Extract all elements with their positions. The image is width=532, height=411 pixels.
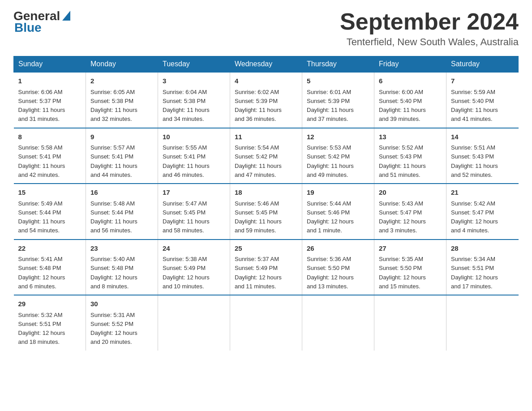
calendar-day-cell: 5Sunrise: 6:01 AM Sunset: 5:39 PM Daylig… [302,72,374,128]
day-number: 30 [90,299,153,309]
day-number: 1 [18,76,82,86]
calendar-day-cell: 30Sunrise: 5:31 AM Sunset: 5:52 PM Dayli… [86,295,158,351]
day-number: 24 [163,244,225,254]
svg-marker-0 [62,11,70,21]
day-sun-info: Sunrise: 5:37 AM Sunset: 5:49 PM Dayligh… [235,256,282,290]
day-sun-info: Sunrise: 5:48 AM Sunset: 5:44 PM Dayligh… [90,200,137,234]
logo-arrow-icon [62,9,70,24]
day-number: 23 [90,244,153,254]
day-number: 3 [163,76,225,86]
day-number: 2 [90,76,153,86]
calendar-day-cell: 22Sunrise: 5:41 AM Sunset: 5:48 PM Dayli… [14,240,86,295]
day-number: 11 [235,132,297,142]
day-number: 10 [163,132,225,142]
day-number: 19 [307,188,369,198]
calendar-day-cell: 8Sunrise: 5:58 AM Sunset: 5:41 PM Daylig… [14,128,86,184]
day-of-week-header: Tuesday [158,56,230,73]
day-number: 29 [18,299,82,309]
day-sun-info: Sunrise: 5:36 AM Sunset: 5:50 PM Dayligh… [307,256,354,290]
month-year-title: September 2024 [340,9,519,34]
calendar-header-row: SundayMondayTuesdayWednesdayThursdayFrid… [14,56,519,73]
day-sun-info: Sunrise: 5:58 AM Sunset: 5:41 PM Dayligh… [18,144,65,178]
calendar-week-row: 29Sunrise: 5:32 AM Sunset: 5:51 PM Dayli… [14,295,519,351]
calendar-day-cell: 12Sunrise: 5:53 AM Sunset: 5:42 PM Dayli… [302,128,374,184]
calendar-week-row: 1Sunrise: 6:06 AM Sunset: 5:37 PM Daylig… [14,72,519,128]
day-sun-info: Sunrise: 5:55 AM Sunset: 5:41 PM Dayligh… [163,144,210,178]
day-sun-info: Sunrise: 5:31 AM Sunset: 5:52 PM Dayligh… [90,312,137,346]
day-number: 21 [451,188,514,198]
day-sun-info: Sunrise: 5:51 AM Sunset: 5:43 PM Dayligh… [451,144,498,178]
day-of-week-header: Wednesday [230,56,302,73]
calendar-day-cell: 1Sunrise: 6:06 AM Sunset: 5:37 PM Daylig… [14,72,86,128]
day-sun-info: Sunrise: 5:47 AM Sunset: 5:45 PM Dayligh… [163,200,210,234]
calendar-day-cell: 14Sunrise: 5:51 AM Sunset: 5:43 PM Dayli… [446,128,519,184]
day-number: 9 [90,132,153,142]
day-sun-info: Sunrise: 5:53 AM Sunset: 5:42 PM Dayligh… [307,144,354,178]
calendar-day-cell: 6Sunrise: 6:00 AM Sunset: 5:40 PM Daylig… [374,72,446,128]
day-sun-info: Sunrise: 5:38 AM Sunset: 5:49 PM Dayligh… [163,256,210,290]
day-number: 26 [307,244,369,254]
calendar-day-cell: 28Sunrise: 5:34 AM Sunset: 5:51 PM Dayli… [446,240,519,295]
day-sun-info: Sunrise: 5:57 AM Sunset: 5:41 PM Dayligh… [90,144,137,178]
calendar-day-cell: 3Sunrise: 6:04 AM Sunset: 5:38 PM Daylig… [158,72,230,128]
calendar-table: SundayMondayTuesdayWednesdayThursdayFrid… [13,56,519,351]
day-sun-info: Sunrise: 6:04 AM Sunset: 5:38 PM Dayligh… [163,89,210,123]
day-of-week-header: Saturday [446,56,519,73]
day-sun-info: Sunrise: 5:41 AM Sunset: 5:48 PM Dayligh… [18,256,65,290]
day-of-week-header: Thursday [302,56,374,73]
calendar-week-row: 22Sunrise: 5:41 AM Sunset: 5:48 PM Dayli… [14,240,519,295]
day-sun-info: Sunrise: 6:05 AM Sunset: 5:38 PM Dayligh… [90,89,137,123]
calendar-day-cell: 13Sunrise: 5:52 AM Sunset: 5:43 PM Dayli… [374,128,446,184]
calendar-day-cell: 27Sunrise: 5:35 AM Sunset: 5:50 PM Dayli… [374,240,446,295]
calendar-week-row: 8Sunrise: 5:58 AM Sunset: 5:41 PM Daylig… [14,128,519,184]
day-number: 17 [163,188,225,198]
day-sun-info: Sunrise: 5:44 AM Sunset: 5:46 PM Dayligh… [307,200,354,234]
calendar-day-cell: 25Sunrise: 5:37 AM Sunset: 5:49 PM Dayli… [230,240,302,295]
day-sun-info: Sunrise: 5:35 AM Sunset: 5:50 PM Dayligh… [379,256,426,290]
day-of-week-header: Sunday [14,56,86,73]
calendar-day-cell: 15Sunrise: 5:49 AM Sunset: 5:44 PM Dayli… [14,184,86,240]
calendar-day-cell: 9Sunrise: 5:57 AM Sunset: 5:41 PM Daylig… [86,128,158,184]
calendar-day-cell: 21Sunrise: 5:42 AM Sunset: 5:47 PM Dayli… [446,184,519,240]
day-number: 16 [90,188,153,198]
day-number: 8 [18,132,82,142]
day-number: 12 [307,132,369,142]
day-of-week-header: Friday [374,56,446,73]
page-header: General Blue September 2024 Tenterfield,… [13,9,519,48]
day-number: 28 [451,244,514,254]
logo: General Blue [13,9,70,35]
day-number: 25 [235,244,297,254]
day-sun-info: Sunrise: 5:34 AM Sunset: 5:51 PM Dayligh… [451,256,498,290]
calendar-week-row: 15Sunrise: 5:49 AM Sunset: 5:44 PM Dayli… [14,184,519,240]
calendar-day-cell [230,295,302,351]
day-number: 20 [379,188,442,198]
calendar-day-cell [374,295,446,351]
day-number: 22 [18,244,82,254]
calendar-day-cell: 7Sunrise: 5:59 AM Sunset: 5:40 PM Daylig… [446,72,519,128]
calendar-day-cell: 26Sunrise: 5:36 AM Sunset: 5:50 PM Dayli… [302,240,374,295]
day-number: 5 [307,76,369,86]
day-number: 15 [18,188,82,198]
location-text: Tenterfield, New South Wales, Australia [340,36,519,48]
logo-blue-text: Blue [13,21,42,35]
calendar-day-cell: 16Sunrise: 5:48 AM Sunset: 5:44 PM Dayli… [86,184,158,240]
day-sun-info: Sunrise: 5:40 AM Sunset: 5:48 PM Dayligh… [90,256,137,290]
calendar-day-cell [158,295,230,351]
calendar-day-cell: 4Sunrise: 6:02 AM Sunset: 5:39 PM Daylig… [230,72,302,128]
calendar-day-cell: 23Sunrise: 5:40 AM Sunset: 5:48 PM Dayli… [86,240,158,295]
day-sun-info: Sunrise: 5:49 AM Sunset: 5:44 PM Dayligh… [18,200,65,234]
day-number: 14 [451,132,514,142]
calendar-day-cell [302,295,374,351]
day-sun-info: Sunrise: 6:01 AM Sunset: 5:39 PM Dayligh… [307,89,354,123]
calendar-day-cell: 10Sunrise: 5:55 AM Sunset: 5:41 PM Dayli… [158,128,230,184]
calendar-day-cell: 29Sunrise: 5:32 AM Sunset: 5:51 PM Dayli… [14,295,86,351]
calendar-day-cell: 24Sunrise: 5:38 AM Sunset: 5:49 PM Dayli… [158,240,230,295]
calendar-day-cell: 17Sunrise: 5:47 AM Sunset: 5:45 PM Dayli… [158,184,230,240]
day-number: 4 [235,76,297,86]
day-sun-info: Sunrise: 5:54 AM Sunset: 5:42 PM Dayligh… [235,144,282,178]
day-number: 27 [379,244,442,254]
calendar-day-cell: 18Sunrise: 5:46 AM Sunset: 5:45 PM Dayli… [230,184,302,240]
day-sun-info: Sunrise: 6:00 AM Sunset: 5:40 PM Dayligh… [379,89,426,123]
calendar-day-cell: 2Sunrise: 6:05 AM Sunset: 5:38 PM Daylig… [86,72,158,128]
day-of-week-header: Monday [86,56,158,73]
